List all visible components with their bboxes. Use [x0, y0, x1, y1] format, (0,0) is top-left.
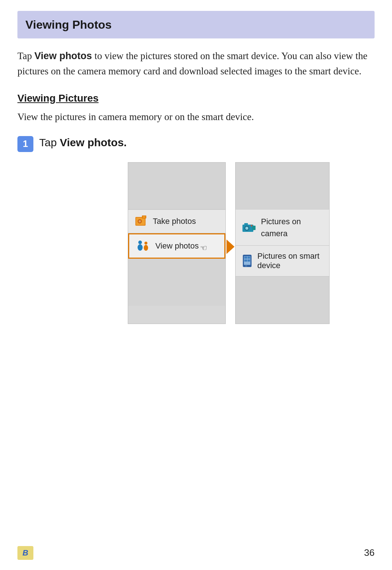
pictures-on-smart-device-text: Pictures on smart device [257, 251, 319, 271]
section-header: Viewing Photos [17, 11, 375, 38]
page-number: 36 [364, 546, 375, 560]
step-prefix: Tap [39, 136, 60, 148]
pictures-on-camera-item[interactable]: Pictures on camera [236, 210, 329, 246]
take-photos-menu-item[interactable]: Take photos [128, 210, 225, 233]
sub-body: View the pictures in camera memory or on… [17, 110, 375, 124]
smart-device-line2: device [257, 261, 319, 270]
svg-rect-14 [244, 223, 248, 225]
submenu-panel: Pictures on camera Pictures on smart dev… [235, 162, 330, 324]
page-footer: B 36 [0, 546, 392, 560]
step-badge: 1 [17, 136, 33, 152]
take-photos-label: Take photos [153, 215, 196, 227]
step-row: 1 Tap View photos. [17, 134, 375, 151]
step-bold: View photos. [60, 136, 127, 148]
svg-rect-22 [248, 259, 250, 262]
menu-panel-top [128, 163, 225, 210]
svg-point-5 [139, 220, 141, 222]
view-photos-label: View photos [155, 240, 199, 252]
take-photos-icon [135, 215, 148, 228]
menu-panel-bottom [128, 259, 225, 306]
cursor-icon: ☜ [200, 242, 207, 254]
svg-point-6 [138, 241, 142, 244]
view-photos-menu-item[interactable]: View photos ☜ [128, 233, 225, 259]
camera-icon [242, 222, 256, 233]
arrow-shape [226, 239, 234, 254]
body-text-1: Tap [17, 50, 34, 61]
intro-paragraph: Tap View photos to view the pictures sto… [17, 49, 375, 79]
smart-device-icon [242, 254, 252, 267]
ui-illustration: Take photos View photos ☜ [17, 162, 375, 324]
body-bold-1: View photos [34, 50, 92, 61]
footer-badge: B [17, 546, 33, 560]
svg-rect-21 [244, 259, 247, 262]
section-header-title: Viewing Photos [25, 18, 112, 31]
svg-point-15 [251, 225, 252, 226]
arrow-connector [226, 166, 235, 328]
svg-rect-3 [143, 216, 146, 218]
pictures-on-smart-device-item[interactable]: Pictures on smart device [236, 246, 329, 277]
submenu-top [236, 163, 329, 210]
svg-rect-18 [245, 266, 247, 266]
svg-point-12 [245, 227, 248, 230]
submenu-bottom [236, 276, 329, 324]
svg-point-7 [138, 244, 143, 251]
svg-rect-19 [244, 257, 247, 259]
svg-rect-13 [252, 226, 256, 230]
menu-panel: Take photos View photos ☜ [128, 162, 226, 324]
step-text: Tap View photos. [39, 134, 127, 151]
smart-device-line1: Pictures on smart [257, 251, 319, 261]
view-photos-icon [136, 239, 150, 253]
svg-point-8 [144, 242, 147, 245]
sub-heading: Viewing Pictures [17, 91, 375, 106]
svg-point-9 [144, 245, 148, 251]
svg-rect-20 [248, 257, 250, 259]
pictures-on-camera-label: Pictures on camera [261, 216, 323, 239]
